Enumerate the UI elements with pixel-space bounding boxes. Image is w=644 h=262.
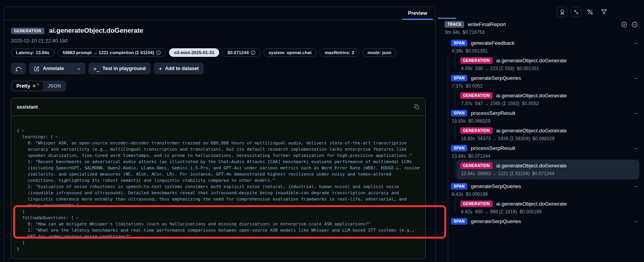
trace-node-row[interactable]: SPAN processSerpResult − 13.84s $0.07124… xyxy=(451,145,638,159)
node-metrics: 8.42s $0.005199 xyxy=(452,192,638,197)
collapse-node-icon[interactable]: − xyxy=(635,76,638,81)
collapse-chevron-icon[interactable] xyxy=(55,134,58,141)
trace-node-row[interactable]: GENERATION ai.generateObject.doGenerate … xyxy=(460,127,638,141)
node-metrics: 7.37s 547 → 1045 (Σ 1592) $0.0052 xyxy=(461,101,638,106)
node-type-badge: GENERATION xyxy=(460,162,493,169)
collapse-node-icon[interactable]: − xyxy=(635,219,638,224)
code-line: ] xyxy=(17,209,420,215)
metadata-pill: o3-mini-2025-01-31 xyxy=(169,48,220,57)
filter-icon[interactable] xyxy=(599,7,609,17)
node-type-badge: SPAN xyxy=(451,218,467,225)
node-name: processSerpResult xyxy=(471,145,515,151)
action-buttons: Annotate >_ Test in playground + Add to … xyxy=(11,63,428,74)
trace-name: writeFinalReport xyxy=(468,21,506,27)
code-line: 1: "Recent benchmarks on adversarial aud… xyxy=(17,159,420,184)
node-name: processSerpResult xyxy=(471,110,515,116)
collapse-icon[interactable] xyxy=(571,7,581,17)
node-metrics: 13.84s 59883 → 1221 (Σ 61104) $0.071244 xyxy=(461,171,635,176)
metadata-pills: Latency: 13.84s 59883 prompt → 1221 comp… xyxy=(11,48,428,57)
collapse-chevron-icon[interactable] xyxy=(76,215,79,222)
code-line: 2: "Evaluation of noise robustness in sp… xyxy=(17,184,420,209)
copy-icon xyxy=(414,104,420,110)
node-name: generateSerpQueries xyxy=(471,218,521,224)
trace-node-row[interactable]: SPAN generateSerpQueries − 7.37s $0.0052 xyxy=(451,75,638,89)
metadata-pill: Latency: 13.84s xyxy=(11,48,55,57)
node-type-badge: SPAN xyxy=(451,145,467,151)
percent-icon[interactable] xyxy=(585,7,595,17)
node-type-badge: GENERATION xyxy=(460,127,493,134)
trace-badge: TRACE xyxy=(445,21,464,28)
node-metrics: 8.42s 850 → 969 (Σ 1819) $0.005199 xyxy=(461,209,638,215)
metadata-pill: 59883 prompt → 1221 completion (Σ 61104) xyxy=(58,48,166,57)
node-type-badge: SPAN xyxy=(451,75,467,81)
node-type-badge: GENERATION xyxy=(460,92,493,99)
assistant-message-card: assistant { learnings: [ 0: "Whispe xyxy=(11,98,426,259)
node-type-badge: SPAN xyxy=(451,183,467,190)
code-line: } xyxy=(17,246,420,252)
metadata-pill: system: openai.chat xyxy=(264,48,317,57)
panel-tabstrip: Preview xyxy=(4,7,435,20)
sparkles-icon: ✦ xyxy=(32,84,36,88)
expand-all-icon[interactable] xyxy=(621,21,627,28)
node-name: ai.generateObject.doGenerate xyxy=(496,58,567,63)
tree-indent-guide xyxy=(448,56,448,262)
node-name: generateSerpQueries xyxy=(471,75,521,81)
collapse-chevron-icon[interactable] xyxy=(21,128,25,134)
trace-node-row[interactable]: GENERATION ai.generateObject.doGenerate … xyxy=(460,92,638,106)
node-type-badge: GENERATION xyxy=(460,200,493,207)
tab-json[interactable]: JSON xyxy=(43,82,65,90)
message-role-label: assistant xyxy=(17,104,38,110)
app-window: Preview GENERATION ai.generateObject.doG… xyxy=(0,0,644,262)
annotate-button[interactable]: Annotate xyxy=(29,63,85,74)
node-metrics: 7.37s $0.0052 xyxy=(452,83,638,89)
award-icon[interactable] xyxy=(557,7,567,17)
metadata-pill: mode: json xyxy=(362,48,396,57)
code-line: 0: "Whisper ASR, an open-source encoder–… xyxy=(17,140,420,159)
terminal-icon: >_ xyxy=(93,66,99,72)
metadata-pill: maxRetries: 2 xyxy=(320,48,359,57)
tab-preview[interactable]: Preview xyxy=(402,7,433,20)
collapse-all-icon[interactable] xyxy=(632,21,638,28)
global-toolbar xyxy=(557,7,609,17)
node-name: ai.generateObject.doGenerate xyxy=(496,128,567,134)
info-icon[interactable] xyxy=(251,50,255,55)
trace-node-row[interactable]: SPAN generateSerpQueries − 8.42s $0.0051… xyxy=(451,183,638,197)
trace-node-row[interactable]: GENERATION ai.generateObject.doGenerate … xyxy=(460,200,638,215)
collapse-node-icon[interactable]: − xyxy=(635,146,638,151)
code-line: followUpQuestions: [ xyxy=(17,215,420,221)
info-icon[interactable] xyxy=(156,50,161,55)
copy-button[interactable] xyxy=(414,104,420,110)
annotate-dropdown-button[interactable] xyxy=(72,63,85,74)
code-line: learnings: [ xyxy=(17,134,420,140)
node-name: ai.generateObject.doGenerate xyxy=(496,201,567,207)
trace-node-row[interactable]: SPAN generateSerpQueries − xyxy=(451,218,638,225)
trace-node-row[interactable]: GENERATION ai.generateObject.doGenerate … xyxy=(456,160,639,179)
trace-metrics: 3m 34s $0.716753 xyxy=(445,30,638,35)
comment-button[interactable] xyxy=(11,63,26,74)
node-name: generateSerpQueries xyxy=(471,183,521,189)
trace-node-row[interactable]: SPAN generateFeedback − 4.39s $0.001351 xyxy=(451,40,638,54)
sparkles-icon: ✦ xyxy=(37,83,39,86)
node-metrics: 4.39s $0.001351 xyxy=(452,48,638,54)
trace-root[interactable]: TRACE writeFinalReport 3m 34s $0.7 xyxy=(445,21,638,35)
node-metrics: 18.83s 54373 → 1936 (Σ 56309) $0.068329 xyxy=(461,136,638,141)
add-to-dataset-button[interactable]: + Add to dataset xyxy=(154,63,204,74)
json-viewer: { learnings: [ 0: "Whisper ASR, an open-… xyxy=(11,116,425,258)
trace-node-row[interactable]: SPAN processSerpResult − 18.83s $0.06832… xyxy=(451,110,638,124)
test-in-playground-button[interactable]: >_ Test in playground xyxy=(88,63,151,74)
collapse-node-icon[interactable]: − xyxy=(635,40,638,46)
metadata-pill: $0.071244 xyxy=(222,48,260,57)
preview-panel: Preview GENERATION ai.generateObject.doG… xyxy=(4,7,436,262)
code-line: ] xyxy=(17,240,420,246)
chat-bubble-icon xyxy=(15,65,21,72)
code-line: 1: "What are the latency benchmarks and … xyxy=(17,227,420,240)
collapse-node-icon[interactable]: − xyxy=(635,184,638,189)
node-metrics: 13.84s $0.071244 xyxy=(452,153,638,159)
pencil-square-icon xyxy=(34,66,40,72)
trace-tree-sidebar: TRACE writeFinalReport 3m 34s $0.7 xyxy=(439,18,644,262)
collapse-node-icon[interactable]: − xyxy=(635,111,638,116)
chevron-down-icon xyxy=(77,67,81,71)
sidebar-scrollbar-thumb[interactable] xyxy=(438,18,456,19)
tab-pretty[interactable]: Pretty ✦✦ xyxy=(12,82,43,90)
trace-node-row[interactable]: GENERATION ai.generateObject.doGenerate … xyxy=(460,57,638,71)
